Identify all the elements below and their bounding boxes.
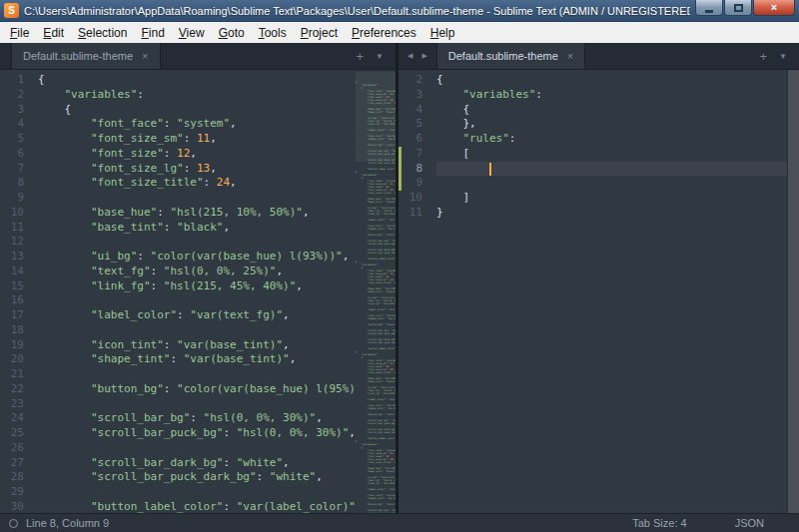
line-number: 15 xyxy=(0,279,34,294)
code-line-11[interactable]: "base_tint": "black", xyxy=(38,221,356,236)
modified-marker xyxy=(399,147,401,191)
code-line-1[interactable]: { xyxy=(38,73,356,88)
menu-item-find[interactable]: Find xyxy=(134,24,171,42)
line-number: 22 xyxy=(0,382,34,397)
tab-bar-left: Default.sublime-theme × + ▼ xyxy=(0,43,396,70)
menu-item-view[interactable]: View xyxy=(172,24,212,42)
menu-item-goto[interactable]: Goto xyxy=(212,24,252,42)
line-number: 26 xyxy=(0,441,34,456)
minimap[interactable]: { "variables": { "font_face": "system", … xyxy=(356,70,396,513)
code-line-22[interactable]: "button_bg": "color(var(base_hue) l(95%)… xyxy=(38,382,356,397)
window-controls: × xyxy=(695,0,795,16)
line-number: 4 xyxy=(399,103,432,118)
code-line-21[interactable] xyxy=(38,367,356,382)
code-line-25[interactable]: "scroll_bar_puck_bg": "hsl(0, 0%, 30%)", xyxy=(38,426,356,441)
code-line-16[interactable] xyxy=(38,293,356,308)
code-line-12[interactable] xyxy=(38,235,356,250)
code-line-24[interactable]: "scroll_bar_bg": "hsl(0, 0%, 30%)", xyxy=(38,411,356,426)
menu-item-edit[interactable]: Edit xyxy=(36,24,71,42)
code-line-4[interactable]: { xyxy=(436,103,787,118)
code-line-8[interactable] xyxy=(436,162,787,177)
menu-item-file[interactable]: File xyxy=(3,24,36,42)
gutter: 1234567891011121314151617181920212223242… xyxy=(0,70,34,513)
code-line-8[interactable]: "font_size_title": 24, xyxy=(38,176,356,191)
menu-item-help[interactable]: Help xyxy=(423,24,462,42)
line-number: 17 xyxy=(0,308,34,323)
code-line-15[interactable]: "link_fg": "hsl(215, 45%, 40%)", xyxy=(38,279,356,294)
menu-item-project[interactable]: Project xyxy=(294,24,345,42)
tab-right-default-sublime-theme[interactable]: Default.sublime-theme × xyxy=(436,43,586,69)
line-number: 16 xyxy=(0,293,34,308)
menu-item-selection[interactable]: Selection xyxy=(71,24,134,42)
line-number: 21 xyxy=(0,367,34,382)
tab-controls-left: + ▼ xyxy=(344,43,396,69)
code-line-7[interactable]: "font_size_lg": 13, xyxy=(38,162,356,177)
menu-item-preferences[interactable]: Preferences xyxy=(345,24,423,42)
code-area[interactable]: { "variables": { }, "rules": [ ]} xyxy=(432,70,787,513)
code-line-3[interactable]: { xyxy=(38,103,356,118)
maximize-button[interactable] xyxy=(724,0,752,16)
editor-right[interactable]: 234567891011 { "variables": { }, "rules"… xyxy=(399,70,799,513)
code-line-17[interactable]: "label_color": "var(text_fg)", xyxy=(38,308,356,323)
tab-size-label[interactable]: Tab Size: 4 xyxy=(632,517,686,529)
tab-scroll-left-button[interactable]: ◀ xyxy=(407,52,412,60)
code-line-10[interactable]: "base_hue": "hsl(215, 10%, 50%)", xyxy=(38,206,356,221)
tab-close-icon[interactable]: × xyxy=(567,50,573,62)
line-number: 14 xyxy=(0,265,34,279)
code-line-7[interactable]: [ xyxy=(436,147,787,162)
code-line-19[interactable]: "icon_tint": "var(base_tint)", xyxy=(38,338,356,353)
line-number: 27 xyxy=(0,456,34,471)
line-number: 11 xyxy=(399,206,432,221)
syntax-label[interactable]: JSON xyxy=(735,517,764,529)
line-number: 13 xyxy=(0,250,34,265)
menu-item-tools[interactable]: Tools xyxy=(252,24,294,42)
line-number: 10 xyxy=(399,191,432,206)
code-line-26[interactable] xyxy=(38,441,356,456)
title-bar[interactable]: S C:\Users\Administrator\AppData\Roaming… xyxy=(0,0,799,22)
new-tab-button[interactable]: + xyxy=(356,50,364,63)
code-area[interactable]: { "variables": { "font_face": "system", … xyxy=(34,70,356,513)
code-line-30[interactable]: "button_label_color": "var(label_color)"… xyxy=(38,500,356,513)
code-line-27[interactable]: "scroll_bar_dark_bg": "white", xyxy=(38,456,356,471)
code-line-4[interactable]: "font_face": "system", xyxy=(38,117,356,132)
minimize-button[interactable] xyxy=(695,0,723,16)
code-line-10[interactable]: ] xyxy=(436,191,787,206)
line-number: 5 xyxy=(399,117,432,132)
tab-close-icon[interactable]: × xyxy=(142,50,148,62)
status-bar: Line 8, Column 9 Tab Size: 4 JSON xyxy=(0,513,799,532)
code-line-14[interactable]: "text_fg": "hsl(0, 0%, 25%)", xyxy=(38,265,356,279)
code-line-6[interactable]: "rules": xyxy=(436,132,787,147)
code-line-29[interactable] xyxy=(38,485,356,500)
tab-left-default-sublime-theme[interactable]: Default.sublime-theme × xyxy=(11,43,161,69)
code-line-11[interactable]: } xyxy=(436,206,787,221)
code-line-3[interactable]: "variables": xyxy=(436,88,787,103)
code-line-20[interactable]: "shape_tint": "var(base_tint)", xyxy=(38,352,356,367)
editor-left[interactable]: 1234567891011121314151617181920212223242… xyxy=(0,70,396,513)
pane-right: ◀ ▶ Default.sublime-theme × + ▼ 23456789… xyxy=(399,43,799,513)
line-number: 8 xyxy=(0,176,34,191)
line-number: 1 xyxy=(0,73,34,88)
tab-scroll-right-button[interactable]: ▶ xyxy=(421,52,426,60)
line-number: 3 xyxy=(0,103,34,118)
new-tab-button[interactable]: + xyxy=(759,50,767,63)
code-line-6[interactable]: "font_size": 12, xyxy=(38,147,356,162)
line-number: 9 xyxy=(0,191,34,206)
menu-bar: FileEditSelectionFindViewGotoToolsProjec… xyxy=(0,22,799,43)
caret-position-label: Line 8, Column 9 xyxy=(26,517,109,529)
close-icon: × xyxy=(771,2,777,13)
maximize-icon xyxy=(734,4,743,12)
tab-overflow-button[interactable]: ▼ xyxy=(376,52,384,61)
code-line-13[interactable]: "ui_bg": "color(var(base_hue) l(93%))", xyxy=(38,250,356,265)
code-line-28[interactable]: "scroll_bar_puck_dark_bg": "white", xyxy=(38,470,356,485)
code-line-9[interactable] xyxy=(436,176,787,191)
code-line-2[interactable]: "variables": xyxy=(38,88,356,103)
code-line-5[interactable]: "font_size_sm": 11, xyxy=(38,132,356,147)
code-line-2[interactable]: { xyxy=(436,73,787,88)
tab-overflow-button[interactable]: ▼ xyxy=(779,52,787,61)
scrollbar[interactable] xyxy=(787,70,799,513)
close-button[interactable]: × xyxy=(753,0,795,16)
code-line-23[interactable] xyxy=(38,397,356,412)
code-line-18[interactable] xyxy=(38,323,356,338)
code-line-5[interactable]: }, xyxy=(436,117,787,132)
code-line-9[interactable] xyxy=(38,191,356,206)
